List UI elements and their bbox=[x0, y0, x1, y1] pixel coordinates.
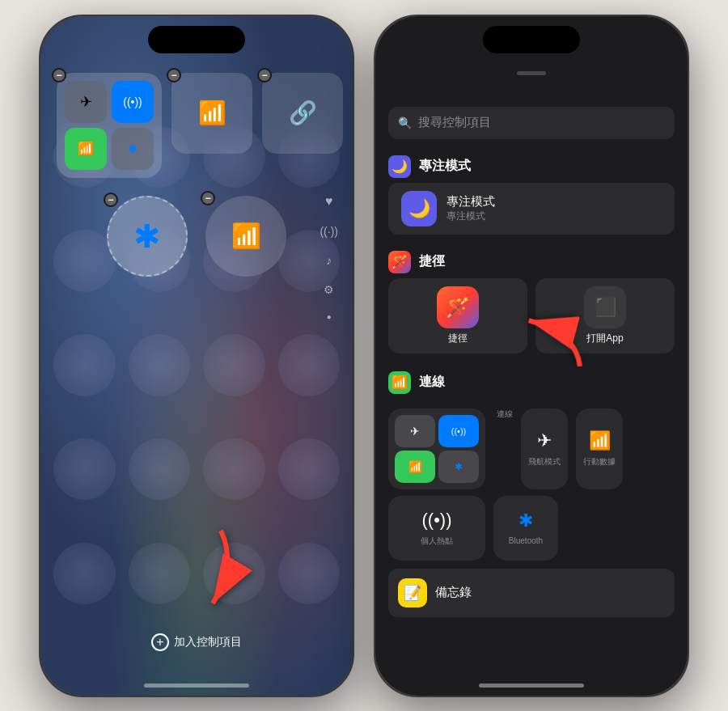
focus-section-title: 專注模式 bbox=[419, 158, 471, 175]
shortcuts-section-icon: 🪄 bbox=[388, 251, 411, 273]
right-power-button[interactable] bbox=[688, 146, 689, 210]
airplane-single[interactable]: ✈ 飛航模式 bbox=[521, 408, 568, 489]
focus-mode-text: 專注模式 專注模式 bbox=[447, 194, 495, 223]
wifi-widget[interactable]: − 📶 bbox=[205, 196, 286, 277]
bluetooth-single-icon: ✱ bbox=[518, 510, 533, 531]
connectivity-big-tile: ✈ ((•)) 📶 ✱ bbox=[388, 408, 485, 489]
connectivity-sublabel: 連線 bbox=[493, 408, 513, 420]
top-bar bbox=[375, 65, 688, 100]
search-placeholder: 搜尋控制項目 bbox=[418, 115, 491, 130]
heart-icon: ♥ bbox=[325, 194, 333, 209]
cellular-single-label: 行動數據 bbox=[583, 456, 616, 468]
add-control-label: 加入控制項目 bbox=[174, 635, 242, 650]
wifi-mini-btn[interactable]: 📶 bbox=[65, 128, 107, 170]
open-app-label: 打開App bbox=[586, 332, 623, 345]
connectivity-section-title: 連線 bbox=[419, 374, 445, 391]
minus-badge-link[interactable]: − bbox=[257, 68, 272, 83]
bt-mini-btn[interactable]: ✱ bbox=[112, 128, 154, 170]
right-phone: 🔍 搜尋控制項目 🌙 專注模式 🌙 專注模式 專注模式 🪄 捷徑 bbox=[374, 15, 689, 697]
add-control-button[interactable]: + 加入控制項目 bbox=[151, 633, 242, 651]
focus-mode-sub: 專注模式 bbox=[447, 209, 495, 223]
hotspot-single[interactable]: ((•)) 個人熱點 bbox=[388, 496, 485, 561]
connectivity-widget[interactable]: − ✈ ((•)) 📶 ✱ bbox=[57, 73, 162, 178]
bluetooth-single-label: Bluetooth bbox=[509, 536, 543, 545]
hotspot-btn[interactable]: ((•)) bbox=[438, 415, 479, 447]
minus-badge-bluetooth[interactable]: − bbox=[104, 193, 118, 207]
bluetooth-widget[interactable]: − ✱ bbox=[107, 196, 188, 277]
signal-icon: ((·)) bbox=[320, 225, 338, 238]
hotspot-mini-btn[interactable]: ((•)) bbox=[112, 81, 154, 123]
focus-section-icon: 🌙 bbox=[388, 155, 411, 178]
minus-badge-connectivity[interactable]: − bbox=[52, 68, 66, 83]
left-screen: − ✈ ((•)) 📶 ✱ − 📶 − 🔗 bbox=[40, 16, 353, 696]
hotspot-single-icon: ((•)) bbox=[421, 510, 451, 531]
right-side-icons: ♥ ((·)) ♪ ⚙ ● bbox=[320, 194, 338, 321]
home-indicator-left[interactable] bbox=[144, 683, 249, 688]
hotspot-single-label: 個人熱點 bbox=[421, 535, 453, 547]
airplane-btn[interactable]: ✈ bbox=[395, 415, 435, 447]
search-icon: 🔍 bbox=[398, 116, 412, 129]
plus-icon: + bbox=[151, 633, 169, 651]
add-controls-panel: 🔍 搜尋控制項目 🌙 專注模式 🌙 專注模式 專注模式 🪄 捷徑 bbox=[375, 65, 688, 696]
focus-section-header: 🌙 專注模式 bbox=[375, 146, 688, 183]
open-app-icon: ⬛ bbox=[584, 286, 626, 328]
link-widget[interactable]: − 🔗 bbox=[262, 73, 343, 154]
control-center-widgets: − ✈ ((•)) 📶 ✱ − 📶 − 🔗 bbox=[57, 73, 336, 277]
power-button[interactable] bbox=[353, 146, 354, 194]
search-bar[interactable]: 🔍 搜尋控制項目 bbox=[388, 107, 675, 139]
right-screen: 🔍 搜尋控制項目 🌙 專注模式 🌙 專注模式 專注模式 🪄 捷徑 bbox=[375, 16, 688, 696]
airplane-single-icon: ✈ bbox=[537, 430, 552, 451]
bt-btn2[interactable]: ✱ bbox=[438, 451, 479, 483]
connectivity-label-section: 連線 bbox=[493, 408, 513, 420]
minus-badge-wifi[interactable]: − bbox=[201, 191, 215, 205]
connectivity-row2: ((•)) 個人熱點 ✱ Bluetooth bbox=[388, 496, 675, 561]
cellular-single[interactable]: 📶 行動數據 bbox=[576, 408, 623, 489]
memo-section[interactable]: 📝 備忘錄 bbox=[388, 569, 675, 617]
airplane-single-label: 飛航模式 bbox=[528, 456, 561, 468]
shortcuts-section-title: 捷徑 bbox=[419, 253, 445, 270]
focus-mode-item[interactable]: 🌙 專注模式 專注模式 bbox=[388, 183, 675, 235]
cellular-single-icon: 📶 bbox=[589, 430, 611, 451]
bluetooth-single[interactable]: ✱ Bluetooth bbox=[493, 496, 558, 561]
connectivity-grid-section: ✈ ((•)) 📶 ✱ 連線 ✈ 飛航模式 📶 bbox=[388, 408, 675, 561]
left-phone: − ✈ ((•)) 📶 ✱ − 📶 − 🔗 bbox=[39, 15, 354, 697]
connectivity-section-icon: 📶 bbox=[388, 371, 411, 394]
memo-label: 備忘錄 bbox=[435, 585, 472, 600]
dynamic-island-right bbox=[483, 26, 580, 53]
dynamic-island-left bbox=[148, 26, 245, 53]
cc-row-2: − ✱ − 📶 bbox=[57, 196, 336, 277]
settings-icon: ⚙ bbox=[324, 283, 334, 296]
red-arrow-left bbox=[172, 523, 253, 623]
memo-icon: 📝 bbox=[398, 578, 427, 607]
focus-mode-icon: 🌙 bbox=[401, 191, 437, 226]
minus-badge-cellular[interactable]: − bbox=[167, 68, 181, 83]
music-icon: ♪ bbox=[326, 254, 332, 267]
airplane-mini-btn[interactable]: ✈ bbox=[65, 81, 107, 123]
dot-icon: ● bbox=[327, 312, 332, 321]
shortcuts-section-header: 🪄 捷徑 bbox=[375, 241, 688, 278]
home-indicator-right[interactable] bbox=[479, 683, 584, 688]
shortcuts-icon: 🪄 bbox=[437, 286, 479, 328]
wifi-btn2[interactable]: 📶 bbox=[395, 451, 435, 483]
focus-mode-label: 專注模式 bbox=[447, 194, 495, 209]
cc-row-1: − ✈ ((•)) 📶 ✱ − 📶 − 🔗 bbox=[57, 73, 336, 178]
cellular-widget[interactable]: − 📶 bbox=[171, 73, 252, 154]
shortcuts-label: 捷徑 bbox=[448, 332, 468, 345]
